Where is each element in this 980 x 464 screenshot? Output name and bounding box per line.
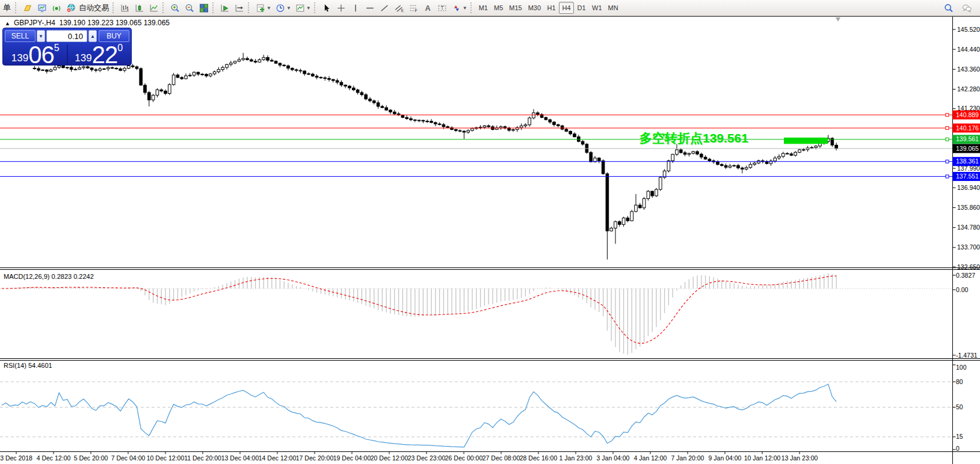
sell-button[interactable]: SELL <box>5 30 35 42</box>
auto-scroll-icon[interactable] <box>218 1 232 14</box>
svg-text:100: 100 <box>956 364 967 371</box>
zoom-out-icon[interactable] <box>182 1 197 14</box>
periods-icon[interactable] <box>273 1 288 14</box>
trendline-icon[interactable] <box>377 1 392 14</box>
line-chart-icon[interactable] <box>147 1 161 14</box>
new-order-button[interactable]: 单 <box>2 2 14 13</box>
svg-text:132.650: 132.650 <box>957 263 980 270</box>
svg-text:140.889: 140.889 <box>956 111 979 118</box>
toolbar-group-grip <box>212 2 215 13</box>
chevron-down-icon[interactable]: ▼ <box>306 5 311 11</box>
buy-price-big: 22 <box>92 45 118 65</box>
text-icon[interactable]: A <box>421 1 435 14</box>
autotrading-icon[interactable] <box>64 1 78 14</box>
navigator-icon[interactable] <box>49 1 64 14</box>
svg-text:27 Dec 08:00: 27 Dec 08:00 <box>482 454 520 462</box>
chat-icon[interactable] <box>960 1 974 14</box>
highlight-zone[interactable] <box>784 138 828 144</box>
level-line-handle[interactable] <box>946 127 949 130</box>
chart-shift-icon[interactable] <box>232 1 247 14</box>
timeframe-button-W1[interactable]: W1 <box>589 2 605 14</box>
svg-text:-1.4731: -1.4731 <box>956 352 978 359</box>
horizontal-line-icon[interactable] <box>363 1 377 14</box>
svg-text:3 Dec 2018: 3 Dec 2018 <box>0 454 32 462</box>
indicators-icon[interactable] <box>253 1 268 14</box>
svg-text:138.361: 138.361 <box>956 157 979 165</box>
svg-text:0.3827: 0.3827 <box>956 272 975 279</box>
timeframe-button-M15[interactable]: M15 <box>506 2 525 14</box>
buy-button[interactable]: BUY <box>99 30 129 42</box>
data-window-icon[interactable] <box>35 1 49 14</box>
volume-decrease-button[interactable] <box>37 30 45 42</box>
timeframe-button-D1[interactable]: D1 <box>574 2 589 14</box>
svg-text:13 Jan 23:00: 13 Jan 23:00 <box>781 454 818 462</box>
svg-text:19 Dec 04:00: 19 Dec 04:00 <box>333 454 371 462</box>
svg-text:5 Dec 20:00: 5 Dec 20:00 <box>74 454 108 462</box>
cursor-icon[interactable] <box>319 1 334 14</box>
level-line-handle[interactable] <box>946 175 949 178</box>
chart-canvas[interactable]: 145.520144.440143.360142.280141.230137.9… <box>0 0 980 464</box>
level-line-handle[interactable] <box>946 160 949 163</box>
toolbar-group-grip <box>314 2 317 13</box>
zoom-in-icon[interactable] <box>168 1 182 14</box>
svg-text:10 Dec 12:00: 10 Dec 12:00 <box>147 454 185 462</box>
label-icon[interactable]: T <box>435 1 449 14</box>
svg-text:139.065: 139.065 <box>956 145 979 152</box>
chart-title: ▲GBPJPY-,H4 139.190 139.223 139.065 139.… <box>5 19 170 27</box>
svg-text:0.00: 0.00 <box>956 286 969 293</box>
chevron-down-icon[interactable]: ▼ <box>267 5 271 11</box>
svg-text:7 Dec 04:00: 7 Dec 04:00 <box>111 454 146 462</box>
timeframe-button-M1[interactable]: M1 <box>476 2 491 14</box>
time-axis[interactable]: 3 Dec 20184 Dec 12:005 Dec 20:007 Dec 04… <box>0 452 818 462</box>
ohlc-values: 139.190 139.223 139.065 139.065 <box>60 19 170 27</box>
market-watch-icon[interactable] <box>20 1 35 14</box>
volume-input[interactable] <box>46 30 87 42</box>
svg-text:142.280: 142.280 <box>957 85 980 93</box>
svg-text:80: 80 <box>956 378 963 385</box>
svg-text:7 Jan 20:00: 7 Jan 20:00 <box>671 454 704 462</box>
chart-shift-marker[interactable] <box>836 17 840 22</box>
search-icon[interactable] <box>941 1 956 14</box>
timeframe-button-MN[interactable]: MN <box>605 2 621 14</box>
chevron-down-icon[interactable]: ▼ <box>286 5 291 11</box>
rsi-indicator-label: RSI(14) 54.4601 <box>4 362 52 369</box>
svg-text:50: 50 <box>956 403 963 411</box>
vertical-line-icon[interactable] <box>348 1 363 14</box>
timeframe-button-H1[interactable]: H1 <box>544 2 559 14</box>
svg-text:T: T <box>440 5 443 11</box>
svg-text:140.176: 140.176 <box>956 124 979 132</box>
candle-chart-icon[interactable] <box>132 1 147 14</box>
svg-text:23 Dec 23:00: 23 Dec 23:00 <box>408 454 446 462</box>
svg-text:133.700: 133.700 <box>957 243 980 251</box>
timeframe-button-M5[interactable]: M5 <box>491 2 506 14</box>
timeframe-button-M30[interactable]: M30 <box>525 2 544 14</box>
toolbar-group-grip <box>162 2 165 13</box>
price-axis[interactable]: 145.520144.440143.360142.280141.230137.9… <box>953 26 980 452</box>
panel-toggle-icon[interactable]: ▲ <box>5 20 10 26</box>
sell-price-button[interactable]: 139065 <box>5 43 66 65</box>
buy-price-sup: 0 <box>117 43 123 53</box>
svg-text:10 Jan 12:00: 10 Jan 12:00 <box>744 454 781 462</box>
volume-increase-button[interactable] <box>88 30 97 42</box>
level-line-handle[interactable] <box>946 138 949 141</box>
timeframe-button-H4[interactable]: H4 <box>559 2 574 14</box>
buy-price-button[interactable]: 139220 <box>69 43 130 65</box>
sell-price-sup: 5 <box>54 43 60 53</box>
autotrading-label[interactable]: 自动交易 <box>79 3 109 13</box>
svg-text:144.440: 144.440 <box>957 46 980 53</box>
equidistant-channel-icon[interactable]: E <box>392 1 406 14</box>
arrows-icon[interactable] <box>449 1 464 14</box>
toolbar-group-grip <box>112 2 116 13</box>
bar-chart-icon[interactable] <box>118 1 132 14</box>
chart-annotation-text[interactable]: 多空转折点139.561 <box>639 130 748 147</box>
level-line-handle[interactable] <box>946 114 949 117</box>
crosshair-icon[interactable] <box>334 1 348 14</box>
svg-text:13 Dec 04:00: 13 Dec 04:00 <box>221 454 259 462</box>
fibonacci-icon[interactable]: F <box>406 1 421 14</box>
tile-windows-icon[interactable] <box>197 1 211 14</box>
templates-icon[interactable] <box>293 1 307 14</box>
svg-text:4 Dec 12:00: 4 Dec 12:00 <box>37 454 71 462</box>
chevron-down-icon[interactable]: ▼ <box>463 5 467 11</box>
svg-text:1 Jan 23:00: 1 Jan 23:00 <box>559 454 593 462</box>
svg-text:14 Dec 12:00: 14 Dec 12:00 <box>259 454 297 462</box>
